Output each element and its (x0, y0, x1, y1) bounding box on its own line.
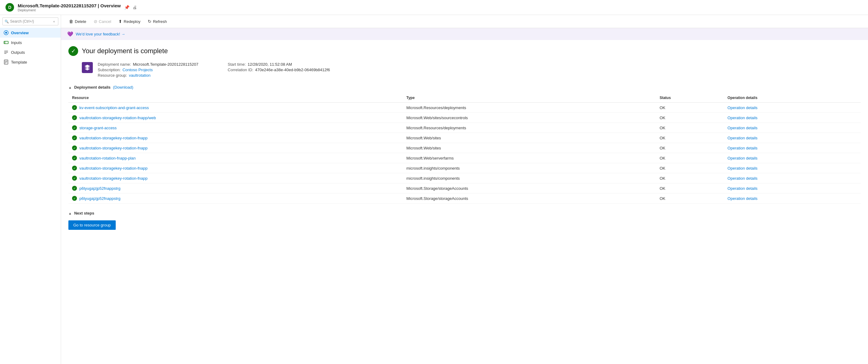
col-type: Type (403, 93, 656, 103)
col-operation: Operation details (724, 93, 861, 103)
status-cell-3: OK (656, 133, 723, 143)
page-title: Microsoft.Template-20201228115207 | Over… (18, 3, 121, 8)
resource-link-8[interactable]: p6tyugajzjp52fnappstrg (80, 186, 120, 191)
svg-point-3 (5, 32, 7, 34)
operation-link-9[interactable]: Operation details (727, 196, 757, 201)
resource-cell-5: ✓ vaultrotation-rotation-fnapp-plan (68, 153, 403, 163)
name-label: Deployment name: (98, 62, 131, 66)
page-subtitle: Deployment (18, 8, 121, 12)
sidebar-nav: Overview Inputs Outputs (0, 28, 61, 67)
toolbar: 🗑 Delete ⊘ Cancel ⬆ Redeploy ↻ Refresh (61, 15, 868, 28)
row-check-icon: ✓ (72, 196, 77, 201)
sidebar-item-overview[interactable]: Overview (0, 28, 61, 37)
sidebar-search[interactable]: 🔍 Search (Ctrl+/) « (2, 18, 58, 25)
type-cell-5: Microsoft.Web/serverfarms (403, 153, 656, 163)
operation-cell-7: Operation details (724, 173, 861, 184)
cancel-label: Cancel (99, 19, 111, 24)
operation-link-2[interactable]: Operation details (727, 125, 757, 130)
next-steps-header[interactable]: ▲ Next steps (68, 211, 861, 216)
go-to-resource-group-button[interactable]: Go to resource group (68, 220, 116, 230)
resource-link-0[interactable]: kv-event-subscription-and-grant-access (80, 106, 149, 110)
resource-link-1[interactable]: vaultrotation-storagekey-rotation-fnapp/… (80, 115, 156, 120)
resource-cell-2: ✓ storage-grant-access (68, 123, 403, 133)
top-header: D Microsoft.Template-20201228115207 | Ov… (0, 0, 868, 15)
resource-link-4[interactable]: vaultrotation-storagekey-rotation-fnapp (80, 146, 148, 150)
operation-cell-0: Operation details (724, 103, 861, 113)
start-time-label: Start time: (228, 62, 246, 66)
row-check-icon: ✓ (72, 125, 77, 130)
cancel-button[interactable]: ⊘ Cancel (91, 18, 114, 25)
status-cell-5: OK (656, 153, 723, 163)
row-check-icon: ✓ (72, 166, 77, 171)
status-cell-9: OK (656, 193, 723, 203)
table-row: ✓ vaultrotation-rotation-fnapp-plan Micr… (68, 153, 861, 163)
next-steps-chevron-icon: ▲ (68, 212, 72, 215)
table-row: ✓ p6tyugajzjp52fnappstrg Microsoft.Stora… (68, 193, 861, 203)
deployment-details-table: Resource Type Status Operation details ✓… (68, 93, 861, 203)
operation-link-6[interactable]: Operation details (727, 166, 757, 171)
feedback-link[interactable]: We'd love your feedback! → (76, 32, 125, 36)
deployment-meta: Deployment name: Microsoft.Template-2020… (98, 62, 198, 78)
operation-link-7[interactable]: Operation details (727, 176, 757, 180)
print-icon[interactable]: 🖨 (132, 5, 137, 10)
subscription-link[interactable]: Contoso Projects (122, 67, 153, 72)
col-status: Status (656, 93, 723, 103)
row-check-icon: ✓ (72, 105, 77, 110)
operation-cell-4: Operation details (724, 143, 861, 153)
resource-link-2[interactable]: storage-grant-access (80, 125, 117, 130)
sidebar-item-inputs[interactable]: Inputs (0, 37, 61, 47)
type-cell-3: Microsoft.Web/sites (403, 133, 656, 143)
search-placeholder: Search (Ctrl+/) (10, 19, 34, 24)
delete-label: Delete (75, 19, 86, 24)
inputs-icon (4, 40, 8, 45)
table-body: ✓ kv-event-subscription-and-grant-access… (68, 103, 861, 203)
resource-link-5[interactable]: vaultrotation-rotation-fnapp-plan (80, 156, 135, 161)
operation-link-0[interactable]: Operation details (727, 106, 757, 110)
resource-cell-3: ✓ vaultrotation-storagekey-rotation-fnap… (68, 133, 403, 143)
sidebar-item-template[interactable]: Template (0, 57, 61, 67)
redeploy-button[interactable]: ⬆ Redeploy (116, 18, 144, 25)
deployment-details-title: Deployment details (74, 85, 111, 89)
table-row: ✓ p6tyugajzjp52fnappstrg Microsoft.Stora… (68, 184, 861, 193)
sidebar-item-outputs[interactable]: Outputs (0, 47, 61, 57)
operation-cell-1: Operation details (724, 113, 861, 123)
operation-link-3[interactable]: Operation details (727, 136, 757, 140)
deployment-details-header[interactable]: ▲ Deployment details (Download) (68, 85, 861, 89)
col-resource: Resource (68, 93, 403, 103)
download-link[interactable]: (Download) (113, 85, 133, 89)
pin-icon[interactable]: 📌 (124, 5, 129, 10)
sidebar-label-template: Template (11, 60, 27, 64)
deployment-complete-title: Your deployment is complete (82, 47, 168, 55)
type-cell-0: Microsoft.Resources/deployments (403, 103, 656, 113)
header-icons: 📌 🖨 (124, 5, 137, 10)
operation-link-4[interactable]: Operation details (727, 146, 757, 150)
operation-link-1[interactable]: Operation details (727, 115, 757, 120)
resource-group-link[interactable]: vaultrotation (129, 73, 151, 78)
resource-link-9[interactable]: p6tyugajzjp52fnappstrg (80, 196, 120, 201)
table-row: ✓ kv-event-subscription-and-grant-access… (68, 103, 861, 113)
feedback-icon: 💜 (67, 31, 73, 37)
resource-cell-4: ✓ vaultrotation-storagekey-rotation-fnap… (68, 143, 403, 153)
app-icon: D (5, 2, 14, 12)
deployment-complete-icon: ✓ (68, 46, 78, 56)
delete-button[interactable]: 🗑 Delete (66, 18, 89, 25)
resource-link-6[interactable]: vaultrotation-storagekey-rotation-fnapp (80, 166, 148, 171)
template-icon (4, 60, 8, 64)
status-cell-2: OK (656, 123, 723, 133)
deployment-details-section: ▲ Deployment details (Download) Resource… (68, 85, 861, 203)
deployment-header: ✓ Your deployment is complete (68, 46, 861, 56)
status-cell-7: OK (656, 173, 723, 184)
collapse-sidebar-button[interactable]: « (52, 19, 56, 24)
operation-cell-8: Operation details (724, 184, 861, 193)
operation-link-8[interactable]: Operation details (727, 186, 757, 191)
resource-link-7[interactable]: vaultrotation-storagekey-rotation-fnapp (80, 176, 148, 180)
operation-link-5[interactable]: Operation details (727, 156, 757, 161)
delete-icon: 🗑 (69, 19, 73, 24)
refresh-button[interactable]: ↻ Refresh (145, 18, 170, 25)
table-row: ✓ vaultrotation-storagekey-rotation-fnap… (68, 113, 861, 123)
resource-link-3[interactable]: vaultrotation-storagekey-rotation-fnapp (80, 136, 148, 140)
sidebar-label-inputs: Inputs (11, 40, 22, 45)
status-cell-4: OK (656, 143, 723, 153)
row-check-icon: ✓ (72, 115, 77, 120)
main-content: ✓ Your deployment is complete Deployment… (61, 40, 868, 236)
